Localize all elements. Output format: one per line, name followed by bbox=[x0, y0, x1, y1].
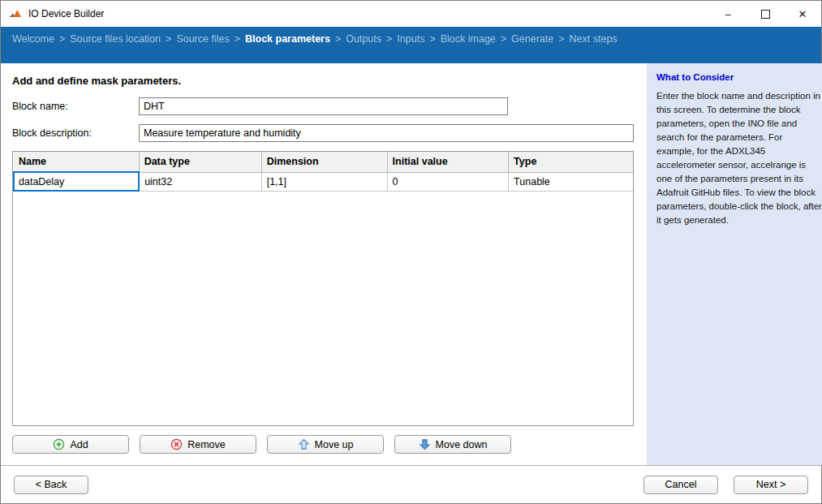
block-description-label: Block description: bbox=[12, 127, 139, 139]
main-content: Add and define mask parameters. Block na… bbox=[1, 63, 647, 465]
breadcrumb-separator: > bbox=[386, 33, 392, 45]
parameters-table-container: Name Data type Dimension Initial value T… bbox=[12, 151, 634, 426]
move-up-button-label: Move up bbox=[315, 439, 354, 450]
breadcrumb-step-next-steps: Next steps bbox=[570, 33, 618, 45]
breadcrumb-step-outputs: Outputs bbox=[346, 33, 381, 45]
parameters-table: Name Data type Dimension Initial value T… bbox=[13, 152, 633, 192]
back-button[interactable]: < Back bbox=[14, 476, 88, 494]
cell-param-dimension[interactable]: [1,1] bbox=[261, 172, 387, 191]
breadcrumb-separator: > bbox=[335, 33, 341, 45]
remove-button[interactable]: Remove bbox=[140, 435, 256, 454]
move-down-button[interactable]: Move down bbox=[394, 435, 511, 454]
page-title: Add and define mask parameters. bbox=[12, 75, 634, 87]
block-name-label: Block name: bbox=[12, 101, 139, 112]
add-button-label: Add bbox=[70, 439, 88, 450]
breadcrumb-separator: > bbox=[59, 33, 65, 45]
cell-param-name-selected[interactable]: dataDelay bbox=[14, 172, 139, 191]
cell-param-initial-value[interactable]: 0 bbox=[387, 172, 509, 191]
add-button[interactable]: Add bbox=[12, 435, 129, 454]
next-button[interactable]: Next > bbox=[734, 476, 808, 494]
close-button[interactable]: ✕ bbox=[784, 1, 821, 27]
breadcrumb-separator: > bbox=[558, 33, 564, 45]
x-circle-icon bbox=[170, 438, 183, 450]
breadcrumb-step-generate: Generate bbox=[511, 33, 553, 45]
maximize-button[interactable] bbox=[747, 1, 784, 27]
arrow-down-icon bbox=[419, 438, 431, 450]
wizard-breadcrumb: Welcome > Source files location > Source… bbox=[1, 27, 821, 63]
window-controls: – ✕ bbox=[709, 1, 821, 27]
sidebar-help-text: Enter the block name and description in … bbox=[656, 89, 822, 227]
breadcrumb-separator: > bbox=[429, 33, 435, 45]
breadcrumb-separator: > bbox=[235, 33, 240, 45]
window-body: Add and define mask parameters. Block na… bbox=[1, 63, 821, 465]
help-sidebar: What to Consider Enter the block name an… bbox=[647, 63, 822, 465]
breadcrumb-step-block-image: Block image bbox=[441, 33, 496, 45]
remove-button-label: Remove bbox=[187, 439, 226, 450]
table-action-buttons: Add Remove Move up bbox=[12, 435, 634, 454]
column-header-initial-value: Initial value bbox=[387, 152, 509, 172]
cell-param-data-type[interactable]: uint32 bbox=[139, 172, 261, 191]
sidebar-title: What to Consider bbox=[656, 72, 822, 82]
io-device-builder-window: IO Device Builder – ✕ Welcome > Source f… bbox=[0, 0, 822, 504]
breadcrumb-separator: > bbox=[166, 33, 171, 45]
maximize-icon bbox=[761, 10, 770, 19]
table-row: dataDelay uint32 [1,1] 0 Tunable bbox=[14, 172, 633, 191]
column-header-type: Type bbox=[509, 152, 633, 172]
arrow-up-icon bbox=[298, 438, 310, 450]
breadcrumb-step-source-files-location: Source files location bbox=[70, 33, 161, 45]
minimize-button[interactable]: – bbox=[709, 1, 747, 27]
breadcrumb-step-inputs: Inputs bbox=[397, 33, 424, 45]
cell-param-type[interactable]: Tunable bbox=[509, 172, 633, 191]
window-title: IO Device Builder bbox=[28, 8, 709, 19]
column-header-name: Name bbox=[14, 152, 139, 172]
column-header-dimension: Dimension bbox=[261, 152, 387, 172]
column-header-data-type: Data type bbox=[139, 152, 261, 172]
breadcrumb-step-source-files: Source files bbox=[176, 33, 229, 45]
block-description-input[interactable] bbox=[139, 124, 634, 142]
breadcrumb-step-block-parameters-active: Block parameters bbox=[245, 33, 330, 45]
title-bar: IO Device Builder – ✕ bbox=[1, 1, 821, 27]
breadcrumb-step-welcome: Welcome bbox=[12, 33, 54, 45]
cancel-button[interactable]: Cancel bbox=[643, 476, 718, 494]
matlab-app-icon bbox=[9, 7, 22, 20]
footer-bar: < Back Cancel Next > bbox=[1, 465, 821, 503]
block-description-row: Block description: bbox=[12, 124, 634, 142]
breadcrumb-separator: > bbox=[501, 33, 506, 45]
move-down-button-label: Move down bbox=[436, 439, 488, 450]
table-header-row: Name Data type Dimension Initial value T… bbox=[14, 152, 633, 172]
block-name-input[interactable] bbox=[139, 97, 508, 115]
plus-circle-icon bbox=[53, 438, 65, 450]
block-name-row: Block name: bbox=[12, 97, 634, 115]
move-up-button[interactable]: Move up bbox=[267, 435, 384, 454]
